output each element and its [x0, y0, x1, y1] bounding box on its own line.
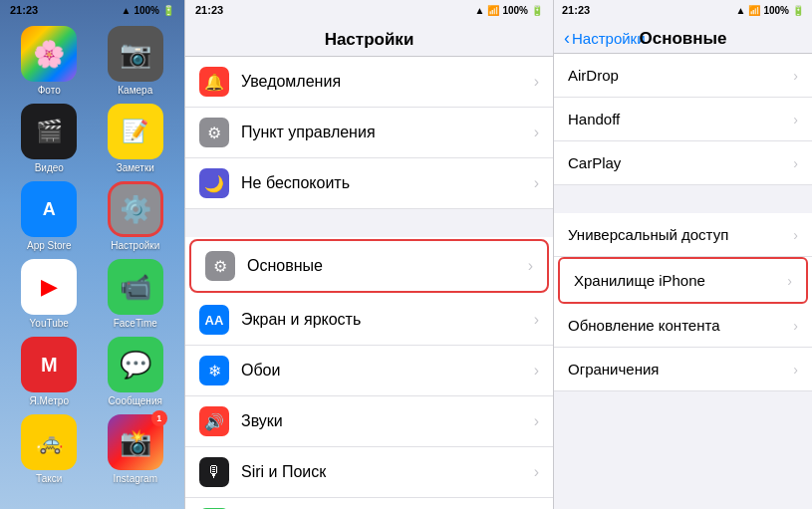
status-icons-left: ▲ 100% 🔋	[122, 5, 174, 16]
time-left: 21:23	[10, 4, 38, 16]
general-panel: 21:23 ▲ 📶 100% 🔋 ‹ Настройки Основные Ai…	[553, 0, 812, 509]
general-item-accessibility[interactable]: Универсальный доступ ›	[554, 213, 812, 257]
general-icon: ⚙	[205, 251, 235, 281]
carplay-label: CarPlay	[568, 154, 793, 171]
app-notes[interactable]: 📝 Заметки	[97, 104, 175, 173]
app-instagram[interactable]: 📸 1 Instagram	[97, 414, 175, 484]
app-video[interactable]: 🎬 Видео	[10, 104, 89, 173]
settings-item-sounds[interactable]: 🔊 Звуки ›	[185, 396, 553, 447]
settings-item-general[interactable]: ⚙ Основные ›	[189, 239, 549, 293]
general-item-content-update[interactable]: Обновление контента ›	[554, 304, 812, 348]
app-youtube[interactable]: ▶ YouTube	[10, 259, 89, 329]
app-facetime[interactable]: 📹 FaceTime	[97, 259, 175, 329]
camera-label: Камера	[118, 85, 152, 96]
settings-list: 🔔 Уведомления › ⚙ Пункт управления › 🌙 Н…	[185, 57, 553, 509]
settings-panel: 21:23 ▲ 📶 100% 🔋 Настройки 🔔 Уведомления…	[184, 0, 553, 509]
display-chevron: ›	[534, 311, 539, 329]
messages-label: Сообщения	[109, 395, 162, 406]
content-update-label: Обновление контента	[568, 317, 793, 334]
signal-right-icon: ▲	[736, 5, 746, 16]
settings-item-touchid[interactable]: 👆 Touch ID и кол. пароль ›	[185, 498, 553, 509]
app-messages[interactable]: 💬 Сообщения	[97, 337, 175, 406]
back-label: Настройки	[572, 30, 646, 47]
dnd-chevron: ›	[534, 174, 539, 192]
app-appstore[interactable]: A App Store	[10, 181, 89, 251]
app-camera[interactable]: 📷 Камера	[97, 26, 175, 96]
settings-header: Настройки	[185, 20, 553, 57]
taxi-label: Такси	[36, 473, 62, 484]
handoff-chevron: ›	[793, 112, 798, 127]
general-item-handoff[interactable]: Handoff ›	[554, 98, 812, 141]
restrictions-chevron: ›	[793, 362, 798, 378]
settings-title: Настройки	[325, 30, 414, 49]
settings-item-display[interactable]: AA Экран и яркость ›	[185, 295, 553, 346]
display-label: Экран и яркость	[241, 311, 534, 329]
messages-icon: 💬	[120, 350, 151, 381]
general-label: Основные	[247, 257, 528, 275]
time-right: 21:23	[562, 4, 590, 16]
youtube-icon: ▶	[41, 274, 58, 300]
accessibility-label: Универсальный доступ	[568, 226, 793, 243]
back-chevron-icon: ‹	[564, 28, 570, 49]
appstore-label: App Store	[27, 240, 71, 251]
notifications-label: Уведомления	[241, 73, 534, 91]
general-chevron: ›	[528, 257, 533, 275]
settings-item-notifications[interactable]: 🔔 Уведомления ›	[185, 57, 553, 108]
restrictions-label: Ограничения	[568, 361, 793, 378]
photos-icon: 🌸	[33, 39, 65, 70]
camera-icon: 📷	[120, 39, 151, 70]
app-metro[interactable]: М Я.Метро	[10, 337, 89, 406]
handoff-label: Handoff	[568, 111, 793, 127]
facetime-label: FaceTime	[114, 318, 157, 329]
sounds-label: Звуки	[241, 412, 534, 430]
control-icon: ⚙	[199, 118, 229, 147]
status-bar-right: 21:23 ▲ 📶 100% 🔋	[554, 0, 812, 20]
video-label: Видео	[35, 162, 64, 173]
display-icon: AA	[199, 305, 229, 335]
signal-icon: ▲	[122, 5, 132, 16]
time-middle: 21:23	[195, 4, 223, 16]
app-settings[interactable]: ⚙️ Настройки	[97, 181, 175, 251]
notes-label: Заметки	[117, 162, 154, 173]
general-item-storage[interactable]: Хранилище iPhone ›	[558, 257, 808, 304]
general-item-restrictions[interactable]: Ограничения ›	[554, 348, 812, 391]
metro-label: Я.Метро	[30, 395, 69, 406]
wifi-right-icon: 📶	[748, 5, 760, 16]
back-button[interactable]: ‹ Настройки	[564, 28, 646, 49]
settings-item-wallpaper[interactable]: ❄ Обои ›	[185, 346, 553, 396]
settings-item-control[interactable]: ⚙ Пункт управления ›	[185, 108, 553, 158]
settings-gear-icon: ⚙️	[120, 194, 151, 225]
facetime-icon: 📹	[120, 272, 151, 303]
battery-middle: 100%	[502, 5, 528, 16]
settings-item-siri[interactable]: 🎙 Siri и Поиск ›	[185, 447, 553, 498]
photos-label: Фото	[38, 85, 61, 96]
sounds-chevron: ›	[534, 412, 539, 430]
sounds-icon: 🔊	[199, 406, 229, 436]
metro-icon: М	[41, 354, 58, 377]
status-bar-left: 21:23 ▲ 100% 🔋	[0, 0, 184, 20]
general-item-airdrop[interactable]: AirDrop ›	[554, 54, 812, 98]
general-section-gap	[554, 185, 812, 213]
battery-middle-icon: 🔋	[531, 5, 543, 16]
settings-item-dnd[interactable]: 🌙 Не беспокоить ›	[185, 158, 553, 209]
general-item-carplay[interactable]: CarPlay ›	[554, 141, 812, 185]
instagram-icon: 📸	[120, 427, 151, 458]
general-list-bottom: Универсальный доступ › Хранилище iPhone …	[554, 213, 812, 391]
general-list-top: AirDrop › Handoff › CarPlay ›	[554, 54, 812, 185]
settings-label: Настройки	[111, 240, 159, 251]
battery-right-icon: 🔋	[792, 5, 804, 16]
battery-icon: 🔋	[162, 5, 174, 16]
airdrop-label: AirDrop	[568, 67, 793, 84]
control-label: Пункт управления	[241, 124, 534, 141]
youtube-label: YouTube	[30, 318, 69, 329]
taxi-icon: 🚕	[36, 429, 63, 455]
notifications-icon: 🔔	[199, 67, 229, 97]
notes-icon: 📝	[122, 119, 148, 144]
status-bar-middle: 21:23 ▲ 📶 100% 🔋	[185, 0, 553, 20]
general-header: ‹ Настройки Основные	[554, 20, 812, 54]
app-photos[interactable]: 🌸 Фото	[10, 26, 89, 96]
airdrop-chevron: ›	[793, 68, 798, 84]
siri-label: Siri и Поиск	[241, 463, 534, 481]
app-taxi[interactable]: 🚕 Такси	[10, 414, 89, 484]
section-gap-1	[185, 209, 553, 237]
